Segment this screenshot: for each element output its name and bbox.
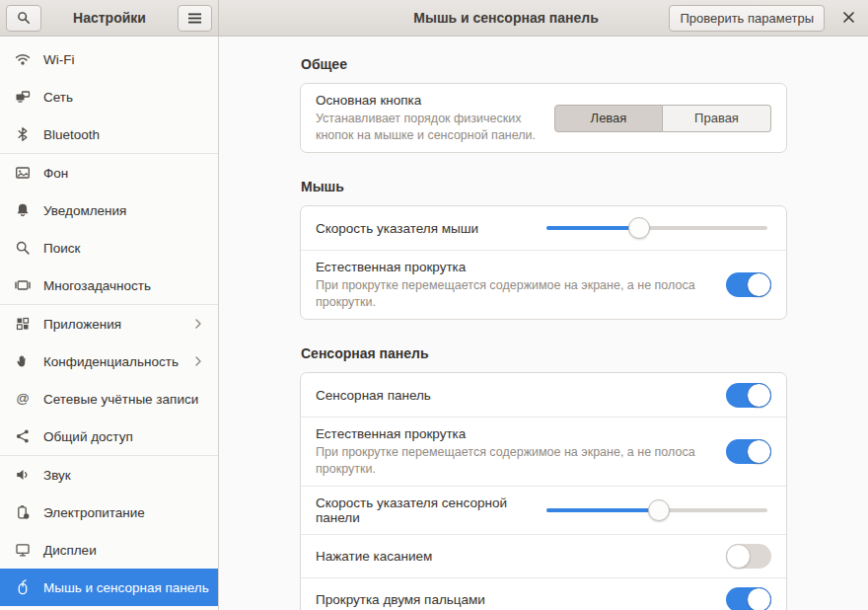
row-title: Прокрутка двумя пальцами [316, 592, 714, 607]
svg-text:@: @ [16, 391, 30, 406]
sidebar-item-label: Конфиденциальность [43, 354, 181, 369]
sidebar-item-label: Электропитание [43, 505, 203, 520]
sidebar: Wi-Fi Сеть Bluetooth Фон [0, 37, 219, 610]
two-finger-scroll-toggle[interactable] [726, 587, 771, 610]
bluetooth-icon [15, 126, 31, 142]
hamburger-icon [188, 13, 201, 24]
close-button[interactable] [837, 7, 859, 29]
touchpad-natural-scroll-row: Естественная прокрутка При прокрутке пер… [301, 417, 786, 486]
content-area: Общее Основная кнопка Устанавливает поря… [219, 37, 868, 610]
touchpad-enable-toggle[interactable] [726, 383, 771, 408]
row-title: Основная кнопка [316, 93, 542, 108]
section-title: Мышь [301, 179, 787, 194]
touchpad-natural-scroll-toggle[interactable] [726, 439, 771, 464]
test-settings-button[interactable]: Проверить параметры [669, 5, 825, 32]
touchpad-card: Сенсорная панель Естественная прокрутка … [300, 372, 787, 610]
section-general: Общее Основная кнопка Устанавливает поря… [300, 56, 787, 153]
sidebar-item-search[interactable]: Поиск [0, 229, 218, 267]
sidebar-item-label: Сеть [43, 90, 203, 105]
network-icon [15, 89, 31, 105]
mouse-icon [15, 579, 31, 595]
left-option-button[interactable]: Левая [554, 105, 663, 132]
sidebar-item-label: Bluetooth [43, 127, 203, 142]
settings-window: Настройки Мышь и сенсорная панель Провер… [0, 0, 868, 610]
sidebar-item-label: Wi-Fi [43, 52, 203, 67]
sidebar-headerbar: Настройки [0, 0, 219, 36]
sidebar-item-wifi[interactable]: Wi-Fi [0, 40, 218, 78]
sidebar-item-displays[interactable]: Дисплеи [0, 531, 218, 569]
apps-grid-icon [15, 316, 31, 332]
sidebar-item-label: Дисплеи [43, 543, 203, 558]
right-option-button[interactable]: Правая [663, 105, 771, 132]
row-title: Скорость указателя сенсорной панели [316, 496, 535, 525]
sidebar-item-label: Приложения [43, 317, 181, 332]
search-button[interactable] [6, 5, 41, 32]
sidebar-item-power[interactable]: Электропитание [0, 494, 218, 531]
row-subtitle: Устанавливает порядок физических кнопок … [316, 111, 542, 143]
sidebar-item-multitasking[interactable]: Многозадачность [0, 267, 218, 304]
row-title: Естественная прокрутка [316, 426, 714, 441]
chevron-right-icon [193, 319, 203, 329]
mouse-natural-scroll-toggle[interactable] [726, 272, 771, 297]
sidebar-item-label: Мышь и сенсорная панель [43, 580, 209, 595]
sidebar-item-label: Многозадачность [43, 278, 203, 293]
sidebar-item-applications[interactable]: Приложения [0, 305, 218, 343]
two-finger-scroll-row: Прокрутка двумя пальцами [301, 577, 786, 610]
sidebar-item-background[interactable]: Фон [0, 154, 218, 191]
wifi-icon [15, 51, 31, 67]
sidebar-item-sound[interactable]: Звук [0, 456, 218, 494]
slider-handle[interactable] [648, 499, 670, 521]
sidebar-item-sharing[interactable]: Общий доступ [0, 418, 218, 455]
speaker-icon [15, 467, 31, 483]
sidebar-item-privacy[interactable]: Конфиденциальность [0, 343, 218, 380]
menu-button[interactable] [178, 5, 212, 32]
slider-handle[interactable] [628, 217, 650, 239]
window-body: Wi-Fi Сеть Bluetooth Фон [0, 37, 868, 610]
search-icon [17, 11, 31, 25]
main-headerbar: Мышь и сенсорная панель Проверить параме… [219, 0, 868, 36]
bell-icon [15, 202, 31, 218]
multitasking-icon [15, 277, 31, 293]
row-title: Сенсорная панель [316, 388, 714, 403]
privacy-hand-icon [15, 353, 31, 369]
mouse-speed-row: Скорость указателя мыши [301, 206, 786, 250]
display-icon [15, 542, 31, 558]
chevron-right-icon [193, 356, 203, 366]
section-title: Общее [301, 56, 787, 72]
primary-button-segmented: Левая Правая [554, 105, 771, 132]
primary-button-row: Основная кнопка Устанавливает порядок фи… [301, 84, 786, 152]
mouse-natural-scroll-row: Естественная прокрутка При прокрутке пер… [301, 250, 786, 319]
touchpad-speed-row: Скорость указателя сенсорной панели [301, 486, 786, 534]
section-touchpad: Сенсорная панель Сенсорная панель Естест… [300, 345, 787, 610]
row-title: Скорость указателя мыши [316, 221, 535, 236]
close-icon [843, 11, 854, 26]
section-title: Сенсорная панель [301, 345, 787, 361]
wallpaper-icon [15, 165, 31, 181]
row-title: Нажатие касанием [316, 549, 714, 564]
touchpad-enable-row: Сенсорная панель [301, 373, 786, 417]
battery-icon [15, 504, 31, 520]
at-sign-icon: @ [15, 391, 31, 407]
row-title: Естественная прокрутка [316, 260, 714, 274]
tap-to-click-toggle[interactable] [726, 544, 771, 569]
sidebar-item-label: Сетевые учётные записи [43, 392, 203, 407]
sidebar-item-label: Уведомления [43, 203, 203, 218]
section-mouse: Мышь Скорость указателя мыши [300, 179, 787, 320]
sidebar-item-notifications[interactable]: Уведомления [0, 191, 218, 229]
sidebar-item-network[interactable]: Сеть [0, 78, 218, 115]
tap-to-click-row: Нажатие касанием [301, 534, 786, 577]
row-subtitle: При прокрутке перемещается содержимое на… [316, 277, 714, 310]
sidebar-item-mouse-touchpad[interactable]: Мышь и сенсорная панель [0, 569, 218, 606]
touchpad-speed-slider[interactable] [546, 497, 767, 523]
sidebar-title: Настройки [73, 10, 146, 26]
sidebar-item-label: Фон [43, 166, 203, 181]
mouse-card: Скорость указателя мыши Естественная про… [300, 205, 787, 320]
share-icon [15, 428, 31, 444]
sidebar-item-label: Поиск [43, 241, 203, 256]
sidebar-item-bluetooth[interactable]: Bluetooth [0, 115, 218, 153]
sidebar-item-label: Звук [43, 468, 203, 483]
general-card: Основная кнопка Устанавливает порядок фи… [300, 83, 787, 153]
mouse-speed-slider[interactable] [546, 215, 767, 241]
sidebar-item-online-accounts[interactable]: @ Сетевые учётные записи [0, 380, 218, 418]
headerbar: Настройки Мышь и сенсорная панель Провер… [0, 0, 868, 37]
